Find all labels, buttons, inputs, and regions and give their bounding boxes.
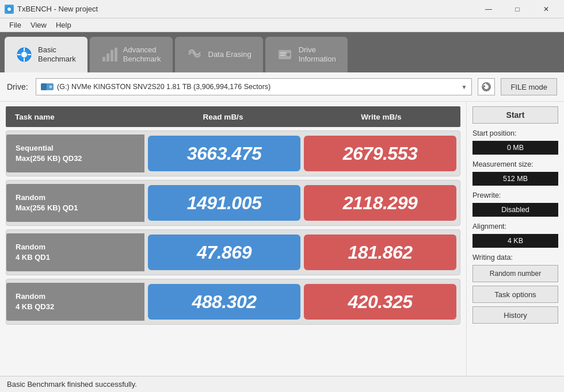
advanced-benchmark-icon: [101, 47, 117, 63]
menu-view[interactable]: View: [26, 20, 51, 30]
svg-rect-15: [280, 55, 285, 56]
col-read: Read mB/s: [144, 113, 302, 121]
drive-select[interactable]: (G:) NVMe KINGSTON SNV2S20 1.81 TB (3,90…: [36, 78, 472, 95]
tab-basic-label: BasicBenchmark: [38, 45, 76, 63]
status-text: Basic Benchmark finished successfully.: [7, 380, 137, 389]
menu-file[interactable]: File: [5, 20, 26, 30]
drive-information-icon: [277, 47, 293, 63]
drive-row: Drive: (G:) NVMe KINGSTON SNV2S20 1.81 T…: [0, 72, 564, 102]
tab-drive-information[interactable]: DriveInformation: [265, 37, 348, 72]
svg-point-13: [287, 53, 290, 56]
start-position-value: 0 MB: [472, 141, 558, 155]
svg-marker-20: [483, 85, 486, 87]
svg-rect-11: [115, 48, 117, 62]
bench-task-2: Random4 KB QD1: [6, 233, 144, 271]
menu-help[interactable]: Help: [51, 20, 76, 30]
dropdown-arrow-icon: ▼: [462, 84, 467, 90]
benchmark-area: Task name Read mB/s Write mB/s Sequentia…: [0, 102, 466, 376]
bench-write-1: 2118.299: [304, 185, 456, 221]
app-icon: [5, 5, 14, 14]
bench-row-1: RandomMax(256 KB) QD1 1491.005 2118.299: [6, 180, 460, 226]
basic-benchmark-icon: [16, 47, 32, 63]
prewrite-value: Disabled: [472, 203, 558, 217]
bench-row-2: Random4 KB QD1 47.869 181.862: [6, 229, 460, 275]
svg-point-1: [7, 7, 11, 11]
bench-read-0: 3663.475: [148, 136, 300, 171]
bench-row-3: Random4 KB QD32 488.302 420.325: [6, 279, 460, 325]
bench-header: Task name Read mB/s Write mB/s: [6, 106, 460, 127]
svg-rect-14: [280, 52, 286, 53]
svg-point-3: [21, 52, 27, 57]
svg-rect-17: [41, 83, 47, 90]
history-button[interactable]: History: [472, 306, 558, 324]
tab-bar: BasicBenchmark AdvancedBenchmark Data Er…: [0, 32, 564, 72]
svg-rect-8: [102, 57, 105, 62]
bench-write-2: 181.862: [304, 235, 456, 270]
bench-read-1: 1491.005: [148, 185, 300, 221]
writing-data-button[interactable]: Random number: [472, 265, 558, 282]
start-button[interactable]: Start: [472, 106, 558, 124]
bench-read-2: 47.869: [148, 235, 300, 270]
content-area: Task name Read mB/s Write mB/s Sequentia…: [0, 102, 564, 376]
bench-read-3: 488.302: [148, 284, 300, 320]
alignment-value: 4 KB: [472, 234, 558, 248]
minimize-button[interactable]: —: [475, 1, 502, 17]
drive-value-text: (G:) NVMe KINGSTON SNV2S20 1.81 TB (3,90…: [57, 83, 270, 91]
col-write: Write mB/s: [302, 113, 460, 121]
drive-refresh-button[interactable]: [478, 78, 495, 95]
task-options-button[interactable]: Task options: [472, 286, 558, 303]
main-content: Drive: (G:) NVMe KINGSTON SNV2S20 1.81 T…: [0, 72, 564, 392]
drive-icon: [41, 82, 54, 91]
bench-task-1: RandomMax(256 KB) QD1: [6, 184, 144, 222]
svg-rect-9: [106, 53, 109, 62]
prewrite-label: Prewrite:: [472, 191, 558, 199]
drive-label: Drive:: [7, 82, 30, 91]
window-controls: — □ ✕: [475, 1, 559, 17]
tab-data-erasing[interactable]: Data Erasing: [175, 37, 263, 72]
bench-task-0: SequentialMax(256 KB) QD32: [6, 134, 144, 172]
data-erasing-icon: [186, 47, 203, 63]
bench-write-0: 2679.553: [304, 136, 456, 171]
col-task-name: Task name: [6, 113, 144, 121]
alignment-label: Alignment:: [472, 222, 558, 230]
svg-rect-10: [110, 50, 113, 62]
writing-data-label: Writing data:: [472, 253, 558, 262]
bench-row-0: SequentialMax(256 KB) QD32 3663.475 2679…: [6, 130, 460, 176]
menu-bar: File View Help: [0, 18, 564, 32]
bench-task-3: Random4 KB QD32: [6, 283, 144, 321]
tab-erasing-label: Data Erasing: [208, 50, 251, 59]
sidebar: Start Start position: 0 MB Measurement s…: [466, 102, 564, 376]
start-position-label: Start position:: [472, 129, 558, 137]
measurement-size-label: Measurement size:: [472, 160, 558, 168]
tab-basic-benchmark[interactable]: BasicBenchmark: [5, 37, 87, 72]
title-bar: TxBENCH - New project — □ ✕: [0, 0, 564, 18]
tab-drive-label: DriveInformation: [299, 45, 336, 63]
svg-point-18: [49, 86, 52, 89]
bench-write-3: 420.325: [304, 284, 456, 320]
maximize-button[interactable]: □: [504, 1, 531, 17]
window-title: TxBENCH - New project: [17, 5, 475, 13]
file-mode-button[interactable]: FILE mode: [501, 78, 557, 95]
measurement-size-value: 512 MB: [472, 172, 558, 186]
tab-advanced-benchmark[interactable]: AdvancedBenchmark: [90, 37, 173, 72]
status-bar: Basic Benchmark finished successfully.: [0, 376, 564, 392]
close-button[interactable]: ✕: [533, 1, 559, 17]
tab-advanced-label: AdvancedBenchmark: [123, 45, 161, 63]
